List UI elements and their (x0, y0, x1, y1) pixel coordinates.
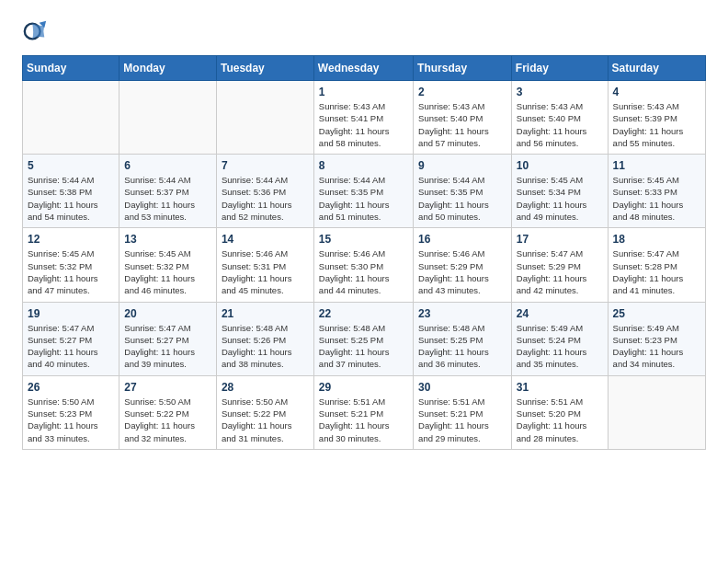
week-row-5: 26Sunrise: 5:50 AM Sunset: 5:23 PM Dayli… (23, 375, 706, 449)
day-cell: 23Sunrise: 5:48 AM Sunset: 5:25 PM Dayli… (414, 302, 512, 375)
day-info: Sunrise: 5:47 AM Sunset: 5:29 PM Dayligh… (517, 247, 603, 296)
day-number: 8 (319, 159, 408, 172)
day-number: 22 (319, 307, 408, 320)
day-cell: 5Sunrise: 5:44 AM Sunset: 5:38 PM Daylig… (23, 155, 119, 228)
day-info: Sunrise: 5:51 AM Sunset: 5:21 PM Dayligh… (418, 396, 506, 444)
day-info: Sunrise: 5:48 AM Sunset: 5:25 PM Dayligh… (319, 322, 408, 371)
day-cell: 11Sunrise: 5:45 AM Sunset: 5:33 PM Dayli… (608, 155, 705, 228)
calendar-body: 1Sunrise: 5:43 AM Sunset: 5:41 PM Daylig… (23, 81, 706, 450)
day-cell: 17Sunrise: 5:47 AM Sunset: 5:29 PM Dayli… (511, 228, 608, 302)
week-row-3: 12Sunrise: 5:45 AM Sunset: 5:32 PM Dayli… (23, 228, 706, 302)
day-number: 18 (613, 233, 700, 246)
page: SundayMondayTuesdayWednesdayThursdayFrid… (0, 0, 728, 468)
day-cell: 15Sunrise: 5:46 AM Sunset: 5:30 PM Dayli… (313, 228, 413, 302)
day-info: Sunrise: 5:44 AM Sunset: 5:37 PM Dayligh… (124, 174, 211, 223)
week-row-1: 1Sunrise: 5:43 AM Sunset: 5:41 PM Daylig… (23, 81, 706, 155)
day-info: Sunrise: 5:43 AM Sunset: 5:41 PM Dayligh… (319, 100, 408, 149)
day-info: Sunrise: 5:48 AM Sunset: 5:26 PM Dayligh… (222, 322, 309, 371)
day-number: 16 (418, 233, 506, 246)
day-info: Sunrise: 5:47 AM Sunset: 5:28 PM Dayligh… (613, 247, 700, 296)
day-info: Sunrise: 5:43 AM Sunset: 5:39 PM Dayligh… (613, 100, 700, 149)
day-number: 31 (517, 381, 603, 394)
day-info: Sunrise: 5:48 AM Sunset: 5:25 PM Dayligh… (418, 322, 506, 371)
day-cell: 20Sunrise: 5:47 AM Sunset: 5:27 PM Dayli… (119, 302, 217, 375)
day-number: 10 (517, 159, 603, 172)
day-cell: 7Sunrise: 5:44 AM Sunset: 5:36 PM Daylig… (216, 155, 313, 228)
day-info: Sunrise: 5:44 AM Sunset: 5:38 PM Dayligh… (28, 174, 114, 223)
day-number: 21 (222, 307, 309, 320)
day-number: 30 (418, 381, 506, 394)
day-info: Sunrise: 5:50 AM Sunset: 5:22 PM Dayligh… (222, 396, 309, 444)
day-cell: 10Sunrise: 5:45 AM Sunset: 5:34 PM Dayli… (511, 155, 608, 228)
day-number: 27 (124, 381, 211, 394)
day-info: Sunrise: 5:44 AM Sunset: 5:35 PM Dayligh… (418, 174, 506, 223)
day-cell: 27Sunrise: 5:50 AM Sunset: 5:22 PM Dayli… (119, 375, 217, 449)
day-cell: 25Sunrise: 5:49 AM Sunset: 5:23 PM Dayli… (608, 302, 705, 375)
day-number: 12 (28, 233, 114, 246)
day-number: 4 (613, 86, 700, 98)
day-number: 17 (517, 233, 603, 246)
day-cell: 30Sunrise: 5:51 AM Sunset: 5:21 PM Dayli… (414, 375, 512, 449)
day-number: 11 (613, 159, 700, 172)
day-cell: 6Sunrise: 5:44 AM Sunset: 5:37 PM Daylig… (119, 155, 217, 228)
day-info: Sunrise: 5:43 AM Sunset: 5:40 PM Dayligh… (517, 100, 603, 149)
week-row-2: 5Sunrise: 5:44 AM Sunset: 5:38 PM Daylig… (23, 155, 706, 228)
day-info: Sunrise: 5:49 AM Sunset: 5:23 PM Dayligh… (613, 322, 700, 371)
day-info: Sunrise: 5:45 AM Sunset: 5:32 PM Dayligh… (124, 247, 211, 296)
day-cell: 8Sunrise: 5:44 AM Sunset: 5:35 PM Daylig… (313, 155, 413, 228)
day-info: Sunrise: 5:43 AM Sunset: 5:40 PM Dayligh… (418, 100, 506, 149)
day-cell: 31Sunrise: 5:51 AM Sunset: 5:20 PM Dayli… (511, 375, 608, 449)
day-cell: 28Sunrise: 5:50 AM Sunset: 5:22 PM Dayli… (216, 375, 313, 449)
day-cell: 1Sunrise: 5:43 AM Sunset: 5:41 PM Daylig… (313, 81, 413, 155)
day-number: 20 (124, 307, 211, 320)
day-cell: 9Sunrise: 5:44 AM Sunset: 5:35 PM Daylig… (414, 155, 512, 228)
day-info: Sunrise: 5:44 AM Sunset: 5:35 PM Dayligh… (319, 174, 408, 223)
header-cell-monday: Monday (119, 56, 217, 81)
day-cell: 2Sunrise: 5:43 AM Sunset: 5:40 PM Daylig… (414, 81, 512, 155)
day-info: Sunrise: 5:45 AM Sunset: 5:34 PM Dayligh… (517, 174, 603, 223)
day-number: 7 (222, 159, 309, 172)
logo (22, 18, 51, 44)
day-number: 24 (517, 307, 603, 320)
day-cell (119, 81, 217, 155)
day-info: Sunrise: 5:46 AM Sunset: 5:29 PM Dayligh… (418, 247, 506, 296)
day-cell: 3Sunrise: 5:43 AM Sunset: 5:40 PM Daylig… (511, 81, 608, 155)
day-info: Sunrise: 5:49 AM Sunset: 5:24 PM Dayligh… (517, 322, 603, 371)
day-number: 9 (418, 159, 506, 172)
day-cell: 24Sunrise: 5:49 AM Sunset: 5:24 PM Dayli… (511, 302, 608, 375)
day-info: Sunrise: 5:45 AM Sunset: 5:33 PM Dayligh… (613, 174, 700, 223)
header-cell-saturday: Saturday (608, 56, 705, 81)
day-number: 19 (28, 307, 114, 320)
day-number: 26 (28, 381, 114, 394)
logo-icon (22, 18, 48, 44)
day-number: 23 (418, 307, 506, 320)
day-info: Sunrise: 5:47 AM Sunset: 5:27 PM Dayligh… (28, 322, 114, 371)
day-number: 28 (222, 381, 309, 394)
day-cell: 26Sunrise: 5:50 AM Sunset: 5:23 PM Dayli… (23, 375, 119, 449)
day-cell: 18Sunrise: 5:47 AM Sunset: 5:28 PM Dayli… (608, 228, 705, 302)
day-number: 6 (124, 159, 211, 172)
header-cell-thursday: Thursday (414, 56, 512, 81)
day-number: 13 (124, 233, 211, 246)
calendar-header: SundayMondayTuesdayWednesdayThursdayFrid… (23, 56, 706, 81)
day-cell: 19Sunrise: 5:47 AM Sunset: 5:27 PM Dayli… (23, 302, 119, 375)
day-number: 2 (418, 86, 506, 98)
day-number: 25 (613, 307, 700, 320)
day-info: Sunrise: 5:46 AM Sunset: 5:31 PM Dayligh… (222, 247, 309, 296)
calendar-table: SundayMondayTuesdayWednesdayThursdayFrid… (22, 55, 706, 450)
day-cell: 14Sunrise: 5:46 AM Sunset: 5:31 PM Dayli… (216, 228, 313, 302)
day-number: 5 (28, 159, 114, 172)
day-info: Sunrise: 5:46 AM Sunset: 5:30 PM Dayligh… (319, 247, 408, 296)
day-info: Sunrise: 5:51 AM Sunset: 5:20 PM Dayligh… (517, 396, 603, 444)
day-info: Sunrise: 5:50 AM Sunset: 5:22 PM Dayligh… (124, 396, 211, 444)
header-row: SundayMondayTuesdayWednesdayThursdayFrid… (23, 56, 706, 81)
day-number: 14 (222, 233, 309, 246)
day-info: Sunrise: 5:51 AM Sunset: 5:21 PM Dayligh… (319, 396, 408, 444)
day-number: 15 (319, 233, 408, 246)
day-cell: 29Sunrise: 5:51 AM Sunset: 5:21 PM Dayli… (313, 375, 413, 449)
day-info: Sunrise: 5:44 AM Sunset: 5:36 PM Dayligh… (222, 174, 309, 223)
day-info: Sunrise: 5:47 AM Sunset: 5:27 PM Dayligh… (124, 322, 211, 371)
day-cell (216, 81, 313, 155)
week-row-4: 19Sunrise: 5:47 AM Sunset: 5:27 PM Dayli… (23, 302, 706, 375)
day-number: 29 (319, 381, 408, 394)
